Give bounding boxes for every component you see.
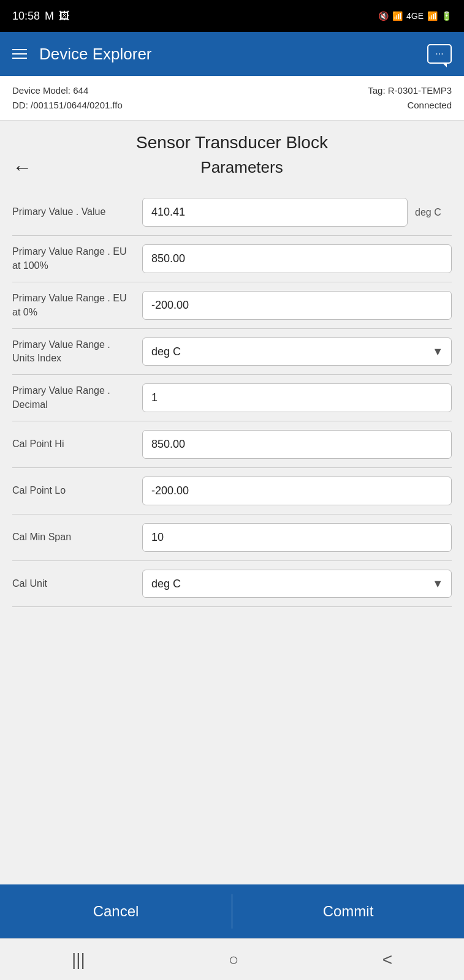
param-select-8[interactable]: deg C bbox=[142, 570, 452, 598]
param-select-3[interactable]: deg C bbox=[142, 337, 452, 366]
param-label-1: Primary Value Range . EU at 100% bbox=[12, 245, 135, 273]
param-input-7[interactable] bbox=[142, 523, 452, 552]
param-label-5: Cal Point Hi bbox=[12, 437, 135, 451]
device-info-right: Tag: R-0301-TEMP3 Connected bbox=[368, 83, 452, 113]
param-label-2: Primary Value Range . EU at 0% bbox=[12, 292, 135, 319]
param-select-wrap-8: deg C▼ bbox=[142, 570, 452, 598]
param-row: Cal Unitdeg C▼ bbox=[12, 561, 452, 607]
device-model-row: Device Model: 644 bbox=[12, 83, 123, 98]
param-label-6: Cal Point Lo bbox=[12, 484, 135, 497]
nav-bar: ||| ○ < bbox=[0, 938, 464, 980]
param-input-wrap-1 bbox=[142, 244, 452, 273]
param-input-wrap-7 bbox=[142, 523, 452, 552]
param-row: Primary Value Range . EU at 0% bbox=[12, 282, 452, 329]
param-input-1[interactable] bbox=[142, 244, 452, 273]
param-label-7: Cal Min Span bbox=[12, 530, 135, 544]
device-tag-value: R-0301-TEMP3 bbox=[388, 85, 452, 96]
param-label-4: Primary Value Range . Decimal bbox=[12, 384, 135, 412]
device-dd-label: DD: bbox=[12, 100, 28, 110]
time-display: 10:58 bbox=[12, 10, 40, 23]
main-content: Sensor Transducer Block ← Parameters Pri… bbox=[0, 121, 464, 884]
param-select-wrap-3: deg C▼ bbox=[142, 337, 452, 366]
param-input-wrap-4 bbox=[142, 383, 452, 412]
wifi-icon: 📶 bbox=[392, 11, 403, 21]
bottom-bar: Cancel Commit bbox=[0, 884, 464, 938]
signal-bars-icon: 📶 bbox=[427, 11, 438, 21]
app-bar-left: Device Explorer bbox=[12, 45, 152, 64]
param-input-5[interactable] bbox=[142, 430, 452, 459]
back-button[interactable]: ← bbox=[12, 157, 32, 177]
param-input-wrap-0 bbox=[142, 198, 408, 227]
chat-icon[interactable]: ··· bbox=[427, 44, 452, 64]
status-bar-right: 🔇 📶 4GE 📶 🔋 bbox=[378, 11, 452, 21]
param-row: Cal Point Lo bbox=[12, 468, 452, 514]
device-dd-row: DD: /001151/0644/0201.ffo bbox=[12, 98, 123, 113]
param-input-wrap-6 bbox=[142, 477, 452, 505]
param-label-0: Primary Value . Value bbox=[12, 205, 135, 219]
status-bar-left: 10:58 M 🖼 bbox=[12, 10, 70, 23]
device-status: Connected bbox=[368, 98, 452, 113]
status-bar: 10:58 M 🖼 🔇 📶 4GE 📶 🔋 bbox=[0, 0, 464, 32]
param-label-8: Cal Unit bbox=[12, 577, 135, 590]
param-input-2[interactable] bbox=[142, 291, 452, 320]
recent-apps-icon[interactable]: ||| bbox=[72, 950, 85, 970]
param-row: Primary Value Range . Decimal bbox=[12, 375, 452, 421]
battery-icon: 🔋 bbox=[441, 11, 452, 21]
param-input-wrap-2 bbox=[142, 291, 452, 320]
page-header: ← Parameters bbox=[12, 157, 452, 177]
device-info-bar: Device Model: 644 DD: /001151/0644/0201.… bbox=[0, 76, 464, 121]
param-row: Cal Min Span bbox=[12, 514, 452, 561]
mute-icon: 🔇 bbox=[378, 11, 389, 21]
chat-dots: ··· bbox=[435, 48, 443, 59]
page-title: Parameters bbox=[32, 158, 452, 177]
cancel-button[interactable]: Cancel bbox=[0, 884, 232, 938]
device-info-left: Device Model: 644 DD: /001151/0644/0201.… bbox=[12, 83, 123, 113]
device-model-value: 644 bbox=[73, 85, 88, 96]
back-nav-icon[interactable]: < bbox=[382, 950, 392, 970]
param-row: Cal Point Hi bbox=[12, 421, 452, 468]
signal-label: 4GE bbox=[406, 11, 424, 21]
parameter-list: Primary Value . Valuedeg CPrimary Value … bbox=[12, 189, 452, 607]
param-input-4[interactable] bbox=[142, 383, 452, 412]
param-label-3: Primary Value Range . Units Index bbox=[12, 338, 135, 366]
app-title: Device Explorer bbox=[39, 45, 152, 64]
commit-button[interactable]: Commit bbox=[232, 884, 464, 938]
param-input-6[interactable] bbox=[142, 477, 452, 505]
home-icon[interactable]: ○ bbox=[229, 950, 239, 970]
device-tag-label: Tag: bbox=[368, 85, 385, 96]
param-input-wrap-5 bbox=[142, 430, 452, 459]
param-input-0[interactable] bbox=[142, 198, 408, 227]
section-title: Sensor Transducer Block bbox=[12, 133, 452, 153]
param-row: Primary Value Range . Units Indexdeg C▼ bbox=[12, 329, 452, 375]
device-dd-value: /001151/0644/0201.ffo bbox=[31, 100, 123, 110]
carrier-icon: M bbox=[45, 10, 54, 23]
camera-icon: 🖼 bbox=[59, 10, 70, 23]
hamburger-menu[interactable] bbox=[12, 49, 27, 59]
device-model-label: Device Model: bbox=[12, 85, 70, 96]
param-row: Primary Value . Valuedeg C bbox=[12, 189, 452, 236]
app-bar: Device Explorer ··· bbox=[0, 32, 464, 76]
param-unit-0: deg C bbox=[415, 207, 452, 218]
device-tag-row: Tag: R-0301-TEMP3 bbox=[368, 83, 452, 98]
param-row: Primary Value Range . EU at 100% bbox=[12, 236, 452, 282]
